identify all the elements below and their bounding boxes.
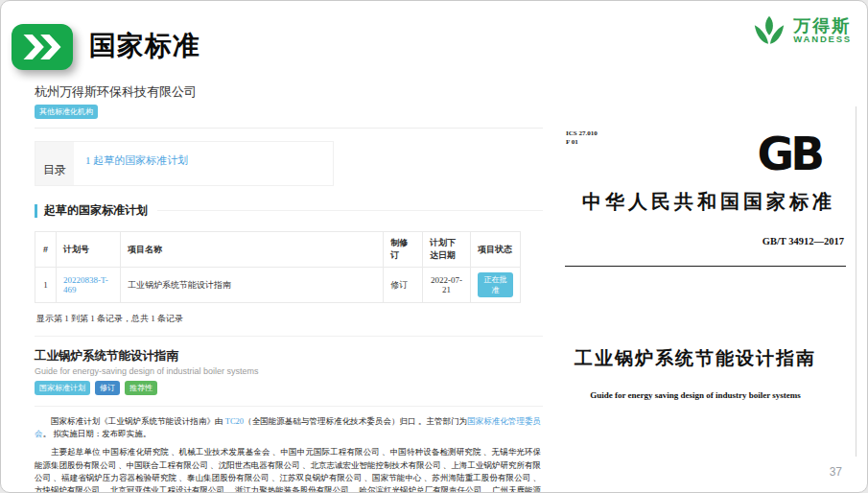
plan-no-link[interactable]: 20220838-T-469 bbox=[63, 275, 108, 294]
gb-logo: GB bbox=[758, 131, 821, 177]
section-rule bbox=[157, 210, 543, 211]
gb-standard-cover: ICS 27.010 F 01 GB 中华人民共和国国家标准 GB/T 3491… bbox=[562, 106, 856, 457]
toc-link-drafted-plans[interactable]: 1 起草的国家标准计划 bbox=[85, 154, 188, 166]
badge-national-plan: 国家标准计划 bbox=[35, 381, 90, 395]
standard-plan-table: # 计划号 项目名称 制修订 计划下达日期 项目状态 1 20220838-T-… bbox=[35, 231, 521, 303]
chevrons-glyph bbox=[22, 35, 62, 59]
ics-code: ICS 27.010 bbox=[566, 129, 598, 138]
standard-title-cn: 工业锅炉系统节能设计指南 bbox=[35, 348, 543, 364]
text-segment: 主要起草单位 中国标准化研究院 、机械工业技术发展基金会 、中国中元国际工程有限… bbox=[35, 447, 541, 493]
tc20-link[interactable]: TC20 bbox=[225, 416, 244, 426]
logo-text-cn: 万得斯 bbox=[793, 17, 852, 35]
company-name: 杭州万得斯环保科技有限公司 bbox=[35, 83, 543, 101]
slide: 国家标准 万得斯 WANDESS 杭州万得斯环保科技有限公司 其他标准化机构 目… bbox=[0, 0, 868, 493]
col-project-name: 项目名称 bbox=[120, 232, 383, 268]
text-segment: 国家标准计划《工业锅炉系统节能设计指南》由 bbox=[51, 416, 225, 426]
badge-recommended: 推荐性 bbox=[125, 381, 157, 395]
page-number: 37 bbox=[830, 465, 842, 479]
status-badge: 正在批准 bbox=[478, 272, 513, 297]
table-header-row: # 计划号 项目名称 制修订 计划下达日期 项目状态 bbox=[35, 232, 521, 268]
standard-article: 工业锅炉系统节能设计指南 Guide for energy-saving des… bbox=[35, 348, 543, 407]
logo-text-en: WANDESS bbox=[793, 35, 852, 44]
section-accent-bar bbox=[35, 204, 37, 218]
text-segment: （全国能源基础与管理标准化技术委员会）归口 。主管部门为 bbox=[244, 416, 467, 426]
badge-revision: 修订 bbox=[95, 381, 120, 395]
divider bbox=[35, 336, 543, 337]
col-index: # bbox=[35, 232, 57, 268]
cover-main-title: 中华人民共和国国家标准 bbox=[562, 189, 856, 215]
cover-rule bbox=[565, 266, 846, 267]
col-revision: 制修订 bbox=[384, 232, 423, 268]
cell-project-name: 工业锅炉系统节能设计指南 bbox=[120, 268, 383, 303]
page-title: 国家标准 bbox=[89, 28, 200, 64]
f-code: F 01 bbox=[566, 138, 598, 147]
divider bbox=[35, 406, 543, 407]
col-plan-no: 计划号 bbox=[56, 232, 120, 268]
table-row: 1 20220838-T-469 工业锅炉系统节能设计指南 修订 2022-07… bbox=[35, 268, 521, 303]
slide-stage: 国家标准 万得斯 WANDESS 杭州万得斯环保科技有限公司 其他标准化机构 目… bbox=[0, 0, 868, 493]
standard-badges: 国家标准计划 修订 推荐性 bbox=[35, 381, 543, 395]
article-paragraphs: 国家标准计划《工业锅炉系统节能设计指南》由 TC20（全国能源基础与管理标准化技… bbox=[35, 415, 541, 493]
paragraph-overview: 国家标准计划《工业锅炉系统节能设计指南》由 TC20（全国能源基础与管理标准化技… bbox=[35, 415, 541, 440]
table-record-count: 显示第 1 到第 1 条记录，总共 1 条记录 bbox=[36, 313, 543, 325]
section-header: 起草的国家标准计划 bbox=[35, 202, 543, 219]
company-type-badge: 其他标准化机构 bbox=[35, 105, 98, 119]
cell-date: 2022-07-21 bbox=[423, 268, 471, 303]
col-status: 项目状态 bbox=[471, 232, 521, 268]
wandess-plant-icon bbox=[751, 12, 787, 49]
cell-index: 1 bbox=[35, 268, 57, 303]
cell-revision: 修订 bbox=[384, 268, 423, 303]
double-chevron-icon bbox=[12, 24, 73, 70]
text-segment: 。 拟实施日期：发布即实施。 bbox=[43, 429, 152, 438]
toc-box: 目录 1 起草的国家标准计划 bbox=[35, 141, 334, 186]
standard-number: GB/T 34912—2017 bbox=[762, 236, 844, 246]
ics-codes: ICS 27.010 F 01 bbox=[566, 129, 598, 147]
webpage-screenshot: 杭州万得斯环保科技有限公司 其他标准化机构 目录 1 起草的国家标准计划 起草的… bbox=[35, 83, 543, 493]
divider bbox=[35, 128, 543, 129]
cover-standard-title-cn: 工业锅炉系统节能设计指南 bbox=[549, 346, 842, 371]
wandess-logo: 万得斯 WANDESS bbox=[751, 12, 852, 49]
col-date: 计划下达日期 bbox=[423, 232, 471, 268]
section-title: 起草的国家标准计划 bbox=[44, 202, 148, 219]
paragraph-drafting-units: 主要起草单位 中国标准化研究院 、机械工业技术发展基金会 、中国中元国际工程有限… bbox=[35, 446, 541, 493]
cover-standard-title-en: Guide for energy saving design of indust… bbox=[549, 390, 842, 400]
standard-title-en: Guide for energy-saving design of indust… bbox=[35, 366, 543, 376]
toc-label: 目录 bbox=[35, 142, 74, 185]
